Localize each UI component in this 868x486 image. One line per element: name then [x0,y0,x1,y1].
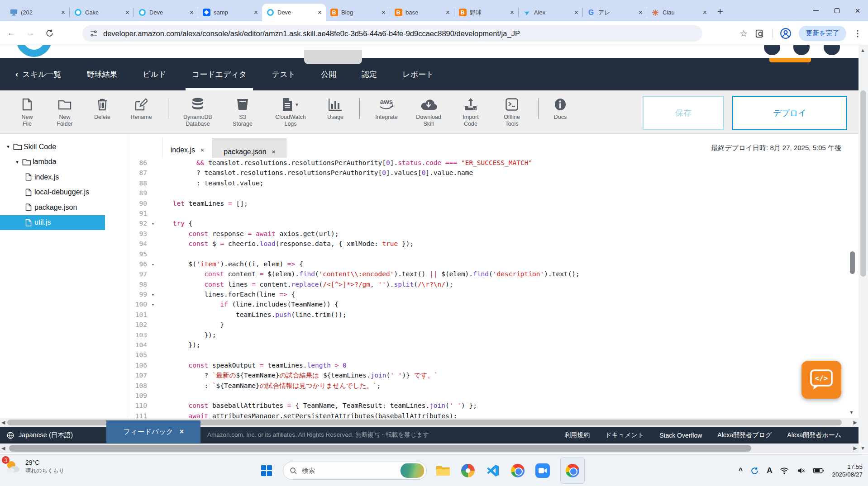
tab-close-icon[interactable]: × [125,9,129,16]
forward-button[interactable]: → [23,25,38,41]
wifi-icon[interactable] [780,466,789,475]
close-icon[interactable]: × [180,428,184,436]
tab-close-icon[interactable]: × [574,9,578,16]
browser-tab[interactable]: Bbase× [390,4,454,21]
tree-item-Skill Code[interactable]: ▾Skill Code [0,139,127,155]
tree-item-index.js[interactable]: index.js [0,170,127,185]
taskbar-app-zoom[interactable] [534,462,551,479]
toolbar-s3-button[interactable]: S3 Storage [221,90,264,127]
window-minimize-button[interactable] [806,0,826,21]
ime-indicator[interactable]: A [767,466,772,475]
feedback-widget[interactable]: </> [801,361,841,399]
toolbar-download-skill-button[interactable]: Download Skill [407,90,450,127]
tab-close-icon[interactable]: × [639,9,643,16]
toolbar-new-file-button[interactable]: New File [9,90,45,127]
reload-button[interactable] [42,25,57,41]
toolbar-usage-button[interactable]: Usage [317,90,353,121]
browser-tab[interactable]: Clau× [647,4,711,21]
taskbar-app-vscode[interactable] [484,462,501,479]
toolbar-new-folder-button[interactable]: New Folder [45,90,84,127]
code-editor[interactable]: 86&& teamslot.resolutions.resolutionsPer… [127,158,849,418]
nav-item-テスト[interactable]: テスト [272,58,296,90]
footer-link-利用規約[interactable]: 利用規約 [564,431,590,439]
tab-close-icon[interactable]: × [200,146,204,154]
scrollbar-thumb[interactable] [9,445,751,452]
window-maximize-button[interactable] [826,0,847,21]
toolbar-offline-tools-button[interactable]: Offline Tools [491,90,532,127]
tab-search-icon[interactable] [755,28,765,38]
tree-item-package.json[interactable]: package.json [0,200,127,215]
editor-vertical-scrollbar-thumb[interactable] [850,251,855,274]
volume-muted-icon[interactable] [796,466,806,475]
tree-item-lambda[interactable]: ▾lambda [0,155,127,170]
toolbar-docs-button[interactable]: Docs [544,90,576,121]
profile-avatar-icon[interactable] [780,28,792,39]
browser-tab[interactable]: (202× [5,4,69,21]
new-tab-button[interactable]: + [717,6,723,18]
bookmark-star-icon[interactable]: ☆ [739,28,748,39]
scroll-left-icon[interactable]: ◀ [1,420,5,425]
taskbar-search-input[interactable]: 検索 [283,462,427,480]
scroll-up-icon[interactable]: ▲ [860,47,865,53]
taskbar-clock[interactable]: 17:55 2025/08/27 [832,463,863,478]
tab-close-icon[interactable]: × [446,9,450,16]
footer-link-Alexa開発者ブログ[interactable]: Alexa開発者ブログ [717,431,772,439]
taskbar-app-chrome-active[interactable] [560,458,585,484]
scrollbar-thumb[interactable] [860,90,866,277]
taskbar-app-explorer[interactable] [434,462,452,479]
toolbar-integrate-button[interactable]: awsIntegrate [366,90,407,121]
browser-tab[interactable]: B野球× [454,4,518,21]
footer-link-Alexa開発者ホーム[interactable]: Alexa開発者ホーム [787,431,841,439]
tab-close-icon[interactable]: × [61,9,65,16]
taskbar-app-pinwheel[interactable] [459,462,477,479]
tab-close-icon[interactable]: × [382,9,386,16]
weather-widget[interactable]: 3 29°C 晴れのちくもり [5,458,64,475]
taskbar-app-chrome[interactable] [564,462,581,479]
chrome-update-button[interactable]: 更新を完了 [799,26,846,41]
url-omnibox[interactable]: developer.amazon.com/alexa/console/ask/e… [82,25,702,42]
browser-tab[interactable]: Deve× [134,4,198,21]
footer-link-ドキュメント[interactable]: ドキュメント [605,431,644,439]
browser-horizontal-scrollbar[interactable]: ◀ ▶ [0,444,858,453]
back-button[interactable]: ← [4,25,19,41]
tree-item-local-debugger.js[interactable]: local-debugger.js [0,185,127,200]
search-highlight-image[interactable] [401,463,424,478]
feedback-button[interactable]: フィードバック× [106,420,200,443]
tab-close-icon[interactable]: × [190,9,194,16]
toolbar-dynamodb-button[interactable]: DynamoDB Database [174,90,221,127]
fold-caret-icon[interactable]: ▾ [149,289,157,299]
tree-item-util.js[interactable]: util.js [0,215,105,231]
tab-close-icon[interactable]: × [510,9,514,16]
browser-tab[interactable]: Gアレ× [583,4,647,21]
update-sync-icon[interactable] [750,467,759,475]
toolbar-rename-button[interactable]: Rename [120,90,162,121]
fold-caret-icon[interactable]: ▾ [149,218,157,228]
fold-caret-icon[interactable]: ▾ [149,299,157,309]
nav-item-ビルド[interactable]: ビルド [143,58,167,90]
browser-tab[interactable]: BBlog× [326,4,390,21]
scroll-right-icon[interactable]: ▶ [854,445,857,451]
nav-item-レポート[interactable]: レポート [402,58,434,90]
browser-tab[interactable]: ➤Alex× [519,4,582,21]
browser-vertical-scrollbar[interactable]: ▲ ▼ [858,45,868,453]
browser-tab[interactable]: Deve× [262,4,326,21]
battery-icon[interactable] [813,466,824,475]
tree-caret-icon[interactable]: ▾ [5,144,12,150]
scroll-down-icon[interactable]: ▼ [849,410,854,415]
tray-chevron-icon[interactable]: ^ [739,467,743,475]
tab-close-icon[interactable]: × [703,9,707,16]
scroll-right-icon[interactable]: ▶ [854,420,857,425]
footer-link-Stack Overflow[interactable]: Stack Overflow [659,432,702,439]
nav-item-認定[interactable]: 認定 [362,58,377,90]
nav-item-スキル一覧[interactable]: ‹スキル一覧 [15,58,62,90]
tree-caret-icon[interactable]: ▾ [14,159,21,165]
nav-item-コードエディタ[interactable]: コードエディタ [192,58,247,90]
deploy-button[interactable]: デプロイ [732,96,847,130]
nav-item-野球結果[interactable]: 野球結果 [87,58,118,90]
tab-close-icon[interactable]: × [318,9,322,16]
browser-menu-icon[interactable]: ⋮ [854,28,862,38]
taskbar-app-chrome[interactable] [509,462,526,479]
window-close-button[interactable]: × [847,0,868,21]
browser-tab[interactable]: Cake× [70,4,134,21]
toolbar-import-code-button[interactable]: Import Code [450,90,491,127]
